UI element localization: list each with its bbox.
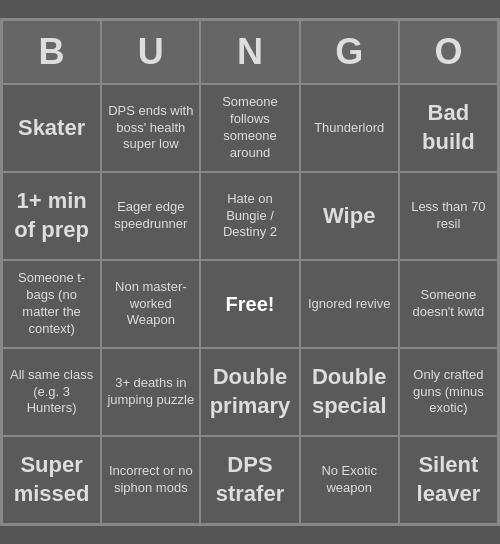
cell-1[interactable]: DPS ends with boss' health super low [101, 84, 200, 172]
header-u: U [101, 20, 200, 84]
cell-3[interactable]: Thunderlord [300, 84, 399, 172]
header-g: G [300, 20, 399, 84]
cell-free[interactable]: Free! [200, 260, 299, 348]
cell-24[interactable]: Silent leaver [399, 436, 498, 524]
cell-0[interactable]: Skater [2, 84, 101, 172]
cell-9[interactable]: Less than 70 resil [399, 172, 498, 260]
cell-22[interactable]: DPS strafer [200, 436, 299, 524]
cell-11[interactable]: Non master-worked Weapon [101, 260, 200, 348]
cell-18[interactable]: Double special [300, 348, 399, 436]
cell-8[interactable]: Wipe [300, 172, 399, 260]
bingo-card: B U N G O Skater DPS ends with boss' hea… [0, 18, 500, 526]
header-o: O [399, 20, 498, 84]
cell-19[interactable]: Only crafted guns (minus exotic) [399, 348, 498, 436]
cell-20[interactable]: Super missed [2, 436, 101, 524]
cell-7[interactable]: Hate on Bungie / Destiny 2 [200, 172, 299, 260]
cell-5[interactable]: 1+ min of prep [2, 172, 101, 260]
header-n: N [200, 20, 299, 84]
cell-2[interactable]: Someone follows someone around [200, 84, 299, 172]
cell-15[interactable]: All same class (e.g. 3 Hunters) [2, 348, 101, 436]
cell-10[interactable]: Someone t-bags (no matter the context) [2, 260, 101, 348]
bingo-grid: Skater DPS ends with boss' health super … [2, 84, 498, 524]
cell-13[interactable]: Ignored revive [300, 260, 399, 348]
cell-6[interactable]: Eager edge speedrunner [101, 172, 200, 260]
cell-17[interactable]: Double primary [200, 348, 299, 436]
cell-23[interactable]: No Exotic weapon [300, 436, 399, 524]
cell-21[interactable]: Incorrect or no siphon mods [101, 436, 200, 524]
cell-14[interactable]: Someone doesn't kwtd [399, 260, 498, 348]
bingo-header: B U N G O [2, 20, 498, 84]
cell-16[interactable]: 3+ deaths in jumping puzzle [101, 348, 200, 436]
header-b: B [2, 20, 101, 84]
cell-4[interactable]: Bad build [399, 84, 498, 172]
